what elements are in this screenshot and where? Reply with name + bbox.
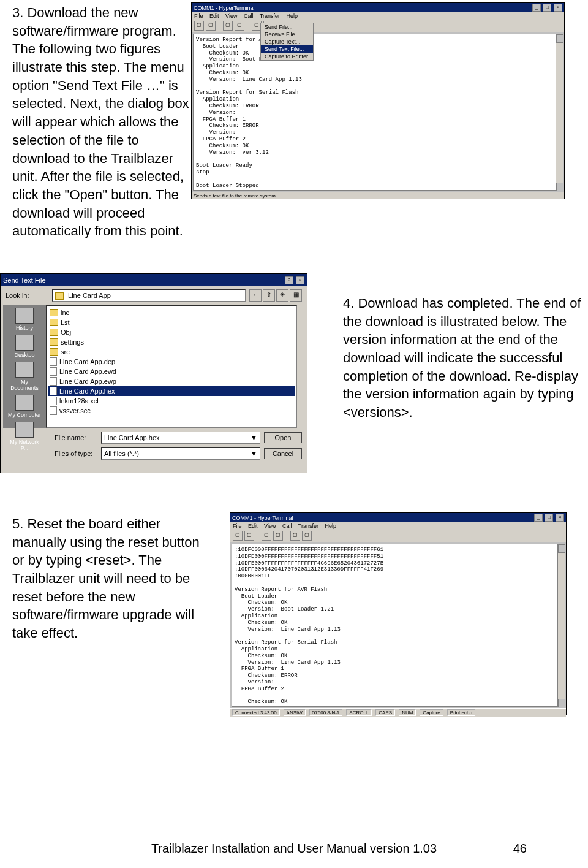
menu-call[interactable]: Call [244, 13, 254, 19]
file-item[interactable]: Line Card App.hex [48, 386, 295, 396]
step5-block: 5. Reset the board either manually using… [12, 515, 208, 642]
dd-send-text-file[interactable]: Send Text File... [261, 45, 313, 53]
menu-transfer[interactable]: Transfer [298, 523, 318, 529]
menu-file[interactable]: File [233, 523, 242, 529]
menu-transfer[interactable]: Transfer [260, 13, 280, 19]
toolbar-btn[interactable]: ▢ [273, 531, 283, 541]
menu-file[interactable]: File [194, 13, 203, 19]
file-item[interactable]: Line Card App.ewp [48, 376, 295, 386]
filetype-field[interactable]: All files (*.*)▼ [101, 447, 260, 460]
menu-help[interactable]: Help [287, 13, 298, 19]
step4-block: 4. Download has completed. The end of th… [343, 294, 588, 422]
scrollbar[interactable] [557, 544, 565, 707]
win2-statusbar: Connected 3:43:50 ANSIW 57600 8-N-1 SCRO… [230, 708, 566, 717]
dd-send-file[interactable]: Send File... [261, 23, 313, 31]
step5-text: Reset the board either manually using th… [12, 516, 200, 641]
lookin-combo[interactable]: Line Card App [52, 289, 246, 302]
status-connected: Connected 3:43:50 [232, 709, 280, 716]
maximize-icon[interactable]: □ [543, 4, 551, 12]
win1-status-text: Sends a text file to the remote system [194, 193, 276, 199]
toolbar-btn[interactable]: ▢ [290, 531, 300, 541]
minimize-icon[interactable]: _ [532, 4, 541, 12]
win1-titlebar: COMM1 - HyperTerminal _ □ × [192, 3, 564, 12]
toolbar-btn[interactable]: ▢ [233, 531, 243, 541]
file-item[interactable]: lnkm128s.xcl [48, 396, 295, 406]
status-capture: Capture [420, 709, 443, 716]
dlg-window-controls: ? × [284, 275, 304, 284]
help-icon[interactable]: ? [285, 276, 293, 284]
menu-edit[interactable]: Edit [209, 13, 219, 19]
win2-window-controls: _ □ × [533, 514, 564, 522]
toolbar-btn[interactable]: ▢ [194, 21, 204, 31]
maximize-icon[interactable]: □ [545, 514, 553, 522]
place-network[interactable]: My Network P... [6, 422, 43, 451]
status-caps: CAPS [375, 709, 395, 716]
toolbar-btn[interactable]: ▢ [235, 21, 244, 31]
folder-item[interactable]: settings [48, 337, 295, 347]
file-item[interactable]: vssver.scc [48, 406, 295, 416]
dd-capture-text[interactable]: Capture Text... [261, 38, 313, 45]
menu-view[interactable]: View [264, 523, 276, 529]
mydocs-icon [15, 362, 34, 378]
page-footer: Trailblazer Installation and User Manual… [0, 842, 588, 856]
file-item[interactable]: Line Card App.dep [48, 357, 295, 367]
open-button[interactable]: Open [264, 432, 302, 443]
filename-label: File name: [55, 434, 97, 441]
win1-terminal: Version Report for AVR Flash Boot Loader… [193, 34, 563, 191]
step4-text: Download has completed. The end of the d… [343, 295, 581, 420]
menu-view[interactable]: View [225, 13, 237, 19]
toolbar-btn[interactable]: ▢ [206, 21, 216, 31]
close-icon[interactable]: × [296, 276, 304, 284]
status-baud: 57600 8-N-1 [309, 709, 342, 716]
toolbar-btn[interactable]: ▢ [302, 531, 312, 541]
place-mydocs[interactable]: My Documents [6, 362, 43, 391]
win2-terminal: :10DFC000FFFFFFFFFFFFFFFFFFFFFFFFFFFFFFF… [232, 544, 565, 707]
footer-page-number: 46 [513, 842, 527, 856]
footer-title: Trailblazer Installation and User Manual… [151, 842, 437, 855]
views-icon[interactable]: ▦ [290, 289, 302, 302]
toolbar-btn[interactable]: ▢ [244, 531, 254, 541]
place-mycomputer[interactable]: My Computer [6, 395, 43, 418]
place-desktop[interactable]: Desktop [6, 335, 43, 358]
toolbar-btn[interactable]: ▢ [262, 531, 271, 541]
folder-icon [55, 292, 64, 300]
close-icon[interactable]: × [556, 514, 564, 522]
dd-receive-file[interactable]: Receive File... [261, 31, 313, 38]
menu-edit[interactable]: Edit [248, 523, 258, 529]
toolbar-btn[interactable]: ▢ [223, 21, 233, 31]
place-history[interactable]: History [6, 308, 43, 331]
lookin-label: Look in: [6, 292, 48, 299]
back-icon[interactable]: ← [249, 289, 262, 302]
file-item[interactable]: Line Card App.ewd [48, 367, 295, 376]
lookin-value: Line Card App [68, 292, 111, 299]
folder-item[interactable]: Obj [48, 327, 295, 337]
close-icon[interactable]: × [554, 4, 562, 12]
mycomputer-icon [15, 395, 34, 411]
folder-item[interactable]: src [48, 347, 295, 357]
file-list[interactable]: incLstObjsettingssrcLine Card App.depLin… [46, 305, 297, 428]
step3-block: 3. Download the new software/firmware pr… [12, 4, 196, 240]
folder-item[interactable]: Lst [48, 318, 295, 327]
newfolder-icon[interactable]: ✳ [276, 289, 288, 302]
menu-help[interactable]: Help [325, 523, 337, 529]
win2-title: COMM1 - HyperTerminal [232, 515, 293, 521]
step5-num: 5. [12, 516, 23, 531]
up-icon[interactable]: ⇧ [263, 289, 275, 302]
status-scroll: SCROLL [346, 709, 372, 716]
win1-window-controls: _ □ × [532, 4, 562, 12]
folder-item[interactable]: inc [48, 308, 295, 318]
cancel-button[interactable]: Cancel [264, 448, 302, 459]
filename-field[interactable]: Line Card App.hex▼ [101, 432, 260, 444]
step3-text: Download the new software/firmware progr… [12, 5, 189, 238]
send-text-file-dialog: Send Text File ? × Look in: Line Card Ap… [0, 273, 307, 473]
filetype-label: Files of type: [55, 450, 97, 457]
scrollbar[interactable] [556, 34, 564, 191]
menu-call[interactable]: Call [282, 523, 292, 529]
transfer-dropdown: Send File... Receive File... Capture Tex… [260, 23, 314, 61]
step4-num: 4. [343, 295, 354, 311]
status-emulation: ANSIW [284, 709, 306, 716]
dd-capture-printer[interactable]: Capture to Printer [261, 53, 313, 60]
hyperterminal-window-1: COMM1 - HyperTerminal _ □ × File Edit Vi… [191, 2, 565, 199]
minimize-icon[interactable]: _ [534, 514, 543, 522]
dlg-title: Send Text File [3, 276, 46, 284]
